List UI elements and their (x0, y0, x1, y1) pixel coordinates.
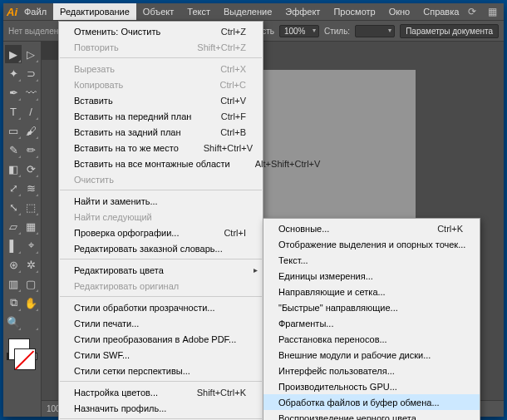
edit-menu-item-20[interactable]: Стили обработки прозрачности... (59, 299, 263, 315)
edit-menu: Отменить: ОчиститьCtrl+ZПовторитьShift+C… (58, 21, 263, 420)
tool-magic-wand[interactable]: ✦ (5, 64, 22, 82)
edit-menu-item-8[interactable]: Вставить на то же местоShift+Ctrl+V (59, 140, 263, 156)
menu-item-label: Воспроизведение черного цвета... (278, 413, 424, 421)
document-setup-button[interactable]: Параметры документа (400, 24, 499, 38)
pref-menu-item-6[interactable]: Фрагменты... (263, 315, 480, 331)
tool-free-transform[interactable]: ⤡ (5, 198, 22, 216)
edit-menu-item-23[interactable]: Стили SWF... (59, 347, 263, 363)
menu-item-label: Интерфейс пользователя... (278, 366, 395, 376)
pref-menu-item-10[interactable]: Производительность GPU... (263, 378, 480, 394)
style-label: Стиль: (324, 27, 350, 36)
edit-menu-item-22[interactable]: Стили преобразования в Adobe PDF... (59, 331, 263, 347)
pref-menu-item-5[interactable]: "Быстрые" направляющие... (263, 299, 480, 315)
tool-lasso[interactable]: ⊃ (22, 64, 39, 82)
pref-menu-item-4[interactable]: Направляющие и сетка... (263, 284, 480, 299)
menubar-item-справка[interactable]: Справка (416, 3, 465, 20)
tool-curvature[interactable]: 〰 (22, 83, 39, 101)
menu-item-label: Настройка цветов... (74, 388, 158, 398)
tool-rotate[interactable]: ⟳ (22, 160, 39, 178)
pref-menu-item-1[interactable]: Отображение выделения и опорных точек... (263, 236, 480, 252)
edit-menu-item-14[interactable]: Проверка орфографии...Ctrl+I (59, 225, 263, 240)
menubar-item-файл[interactable]: Файл (17, 3, 53, 20)
tool-symbol-sprayer[interactable]: ✲ (22, 255, 39, 274)
tool-width[interactable]: ≋ (22, 179, 39, 197)
tool-rectangle[interactable]: ▭ (5, 121, 22, 140)
tool-perspective[interactable]: ▱ (5, 217, 22, 235)
menu-item-label: Вставить на передний план (74, 111, 191, 121)
fill-stroke-swatch[interactable] (5, 335, 39, 373)
tool-paintbrush[interactable]: 🖌 (22, 121, 39, 140)
opacity-dropdown[interactable]: 100% (279, 25, 319, 37)
tool-pencil[interactable]: ✏ (22, 141, 39, 159)
pref-menu-item-12[interactable]: Воспроизведение черного цвета... (263, 410, 480, 420)
tool-column-graph[interactable]: ▥ (5, 274, 22, 293)
tool-type[interactable]: T (5, 102, 22, 121)
pref-menu-item-11[interactable]: Обработка файлов и буфер обмена... (263, 394, 480, 410)
edit-menu-item-5[interactable]: ВставитьCtrl+V (59, 92, 263, 108)
menu-item-label: Очистить (74, 175, 114, 185)
tool-shaper[interactable]: ✎ (5, 141, 22, 159)
sync-icon[interactable]: ⟳ (465, 5, 479, 18)
menubar-item-объект[interactable]: Объект (136, 3, 180, 20)
tool-line[interactable]: / (22, 102, 39, 121)
style-dropdown[interactable] (355, 25, 395, 37)
preferences-submenu: Основные...Ctrl+KОтображение выделения и… (263, 218, 480, 420)
menu-item-label: Обработка файлов и буфер обмена... (278, 398, 440, 408)
menu-item-label: Вставить на все монтажные области (74, 159, 230, 169)
tool-scale[interactable]: ⤢ (5, 179, 22, 197)
tool-eyedropper[interactable]: ⌖ (22, 236, 39, 254)
edit-menu-item-26[interactable]: Настройка цветов...Shift+Ctrl+K (59, 384, 263, 400)
pref-menu-item-2[interactable]: Текст... (263, 252, 480, 268)
menubar-item-текст[interactable]: Текст (180, 3, 217, 20)
menubar-item-окно[interactable]: Окно (382, 3, 417, 20)
pref-menu-item-3[interactable]: Единицы измерения... (263, 268, 480, 284)
menu-item-label: Назначить профиль... (74, 403, 166, 413)
tool-panel: ▶▷✦⊃✒〰T/▭🖌✎✏◧⟳⤢≋⤡⬚▱▦▌⌖⊛✲▥▢⧉✋🔍 (3, 42, 42, 417)
menu-item-label: Вставить (74, 96, 113, 106)
edit-menu-item-6[interactable]: Вставить на передний планCtrl+F (59, 108, 263, 124)
tool-eraser[interactable]: ◧ (5, 160, 22, 178)
edit-menu-item-9[interactable]: Вставить на все монтажные областиAlt+Shi… (59, 156, 263, 171)
tool-mesh[interactable]: ▦ (22, 217, 39, 235)
menu-item-shortcut: Ctrl+F (196, 111, 246, 121)
edit-menu-item-4: КопироватьCtrl+C (59, 77, 263, 92)
menubar-item-просмотр[interactable]: Просмотр (327, 3, 381, 20)
edit-menu-item-17[interactable]: Редактировать цвета (59, 262, 263, 278)
edit-menu-item-12[interactable]: Найти и заменить... (59, 193, 263, 209)
edit-menu-item-3: ВырезатьCtrl+X (59, 61, 263, 77)
tool-pen[interactable]: ✒ (5, 83, 22, 101)
tool-artboard[interactable]: ▢ (22, 274, 39, 293)
tool-selection[interactable]: ▶ (5, 45, 22, 63)
menu-item-label: Вырезать (74, 64, 115, 74)
menu-item-label: Основные... (278, 224, 329, 234)
menu-item-label: Редактировать оригинал (74, 281, 179, 291)
edit-menu-item-10: Очистить (59, 171, 263, 187)
tool-gradient[interactable]: ▌ (5, 236, 22, 254)
menubar-item-редактирование[interactable]: Редактирование (53, 3, 136, 20)
edit-menu-item-24[interactable]: Стили сетки перспективы... (59, 363, 263, 378)
menu-item-label: Внешние модули и рабочие диски... (278, 350, 431, 360)
tool-slice[interactable]: ⧉ (5, 294, 22, 312)
tool-blend[interactable]: ⊛ (5, 255, 22, 274)
tool-fill-stroke[interactable] (22, 313, 39, 331)
edit-menu-item-21[interactable]: Стили печати... (59, 315, 263, 331)
pref-menu-item-8[interactable]: Внешние модули и рабочие диски... (263, 347, 480, 363)
tool-shape-builder[interactable]: ⬚ (22, 198, 39, 216)
edit-menu-item-7[interactable]: Вставить на задний планCtrl+B (59, 124, 263, 140)
edit-menu-item-18: Редактировать оригинал (59, 278, 263, 294)
pref-menu-item-9[interactable]: Интерфейс пользователя... (263, 363, 480, 378)
bridge-icon[interactable]: ▦ (485, 5, 499, 18)
tool-direct-selection[interactable]: ▷ (22, 45, 39, 63)
edit-menu-item-27[interactable]: Назначить профиль... (59, 400, 263, 416)
menubar-item-эффект[interactable]: Эффект (278, 3, 327, 20)
menu-item-label: Фрагменты... (278, 319, 333, 329)
pref-menu-item-0[interactable]: Основные...Ctrl+K (263, 220, 480, 236)
tool-zoom[interactable]: 🔍 (5, 313, 22, 331)
edit-menu-item-15[interactable]: Редактировать заказной словарь... (59, 240, 263, 256)
menubar-item-выделение[interactable]: Выделение (217, 3, 278, 20)
menubar-right: ⟳ ▦ ▤ ⬓ (465, 3, 507, 20)
edit-menu-item-0[interactable]: Отменить: ОчиститьCtrl+Z (59, 23, 263, 39)
menu-item-label: Стили преобразования в Adobe PDF... (74, 334, 236, 344)
tool-hand[interactable]: ✋ (22, 294, 39, 312)
pref-menu-item-7[interactable]: Расстановка переносов... (263, 331, 480, 347)
